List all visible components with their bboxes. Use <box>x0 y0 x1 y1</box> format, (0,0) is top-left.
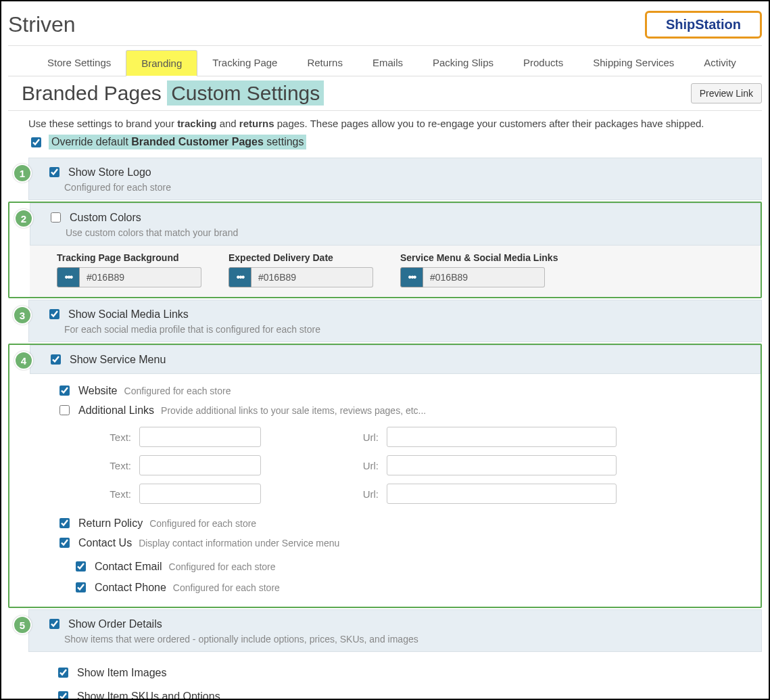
color-3-picker-icon[interactable]: ••• <box>400 267 423 287</box>
color-2-label: Expected Delivery Date <box>228 252 373 263</box>
color-1-picker-icon[interactable]: ••• <box>57 267 80 287</box>
color-3-label: Service Menu & Social Media Links <box>400 252 558 263</box>
contact-email-label: Contact Email <box>95 561 162 573</box>
return-policy-hint: Configured for each store <box>149 518 256 529</box>
intro-bold-2: returns <box>239 118 274 129</box>
color-1-input[interactable] <box>80 267 201 287</box>
show-item-images-checkbox[interactable] <box>58 668 68 678</box>
tab-packing-slips[interactable]: Packing Slips <box>418 50 508 76</box>
link-3-url-label: Url: <box>345 488 379 500</box>
override-pre: Override default <box>51 136 131 147</box>
page-title-highlight: Custom Settings <box>167 80 324 106</box>
additional-links-hint: Provide additional links to your sale it… <box>161 405 426 416</box>
tab-activity[interactable]: Activity <box>689 50 751 76</box>
badge-3: 3 <box>13 306 32 325</box>
section-2-title: Custom Colors <box>70 212 141 224</box>
contact-phone-hint: Configured for each store <box>173 582 280 593</box>
section-1-title: Show Store Logo <box>68 166 151 179</box>
color-1-label: Tracking Page Background <box>57 252 201 263</box>
show-service-menu-checkbox[interactable] <box>51 354 61 365</box>
shipstation-badge: ShipStation <box>645 11 762 39</box>
page-title: Branded Pages Custom Settings <box>22 82 324 105</box>
section-2-head: 2 Custom Colors Use custom colors that m… <box>30 203 761 246</box>
link-3-text-label: Text: <box>97 488 131 500</box>
section-5-head: 5 Show Order Details Show items that wer… <box>28 609 762 652</box>
link-3-text-input[interactable] <box>139 484 261 504</box>
tabs: Store Settings Branding Tracking Page Re… <box>8 50 762 76</box>
tab-products[interactable]: Products <box>508 50 578 76</box>
section-1-head: 1 Show Store Logo Configured for each st… <box>28 158 762 200</box>
tab-emails[interactable]: Emails <box>358 50 418 76</box>
link-1-text-input[interactable] <box>139 427 261 447</box>
link-1-text-label: Text: <box>97 431 131 443</box>
app-title: Striven <box>8 12 76 37</box>
tab-tracking-page[interactable]: Tracking Page <box>197 50 292 76</box>
show-order-details-checkbox[interactable] <box>49 619 59 629</box>
website-checkbox[interactable] <box>59 386 70 396</box>
page-title-plain: Branded Pages <box>22 82 167 104</box>
tab-branding[interactable]: Branding <box>126 50 197 76</box>
link-3-url-input[interactable] <box>387 484 617 504</box>
contact-us-label: Contact Us <box>78 537 132 549</box>
section-5-title: Show Order Details <box>68 618 162 630</box>
color-2-input[interactable] <box>251 267 373 287</box>
color-2-picker-icon[interactable]: ••• <box>228 267 251 287</box>
intro-mid: and <box>216 118 239 129</box>
badge-1: 1 <box>13 164 32 183</box>
tab-returns[interactable]: Returns <box>292 50 358 76</box>
section-5-desc: Show items that were ordered - optionall… <box>64 631 752 645</box>
contact-us-hint: Display contact information under Servic… <box>139 538 339 549</box>
intro-post: pages. These pages allow you to re-engag… <box>274 118 704 129</box>
section-2-desc: Use custom colors that match your brand <box>66 225 750 238</box>
show-store-logo-checkbox[interactable] <box>49 167 59 177</box>
badge-2: 2 <box>14 209 33 228</box>
additional-links-checkbox[interactable] <box>59 405 70 415</box>
section-2-body: Tracking Page Background ••• Expected De… <box>30 246 761 297</box>
show-item-skus-label: Show Item SKUs and Options <box>77 691 220 701</box>
show-item-skus-checkbox[interactable] <box>58 691 68 700</box>
show-item-images-label: Show Item Images <box>77 667 167 679</box>
badge-5: 5 <box>13 615 32 634</box>
link-2-url-label: Url: <box>345 460 379 471</box>
additional-links-label: Additional Links <box>78 404 154 417</box>
section-3-head: 3 Show Social Media Links For each socia… <box>28 300 762 342</box>
color-3-input[interactable] <box>423 267 545 287</box>
contact-us-checkbox[interactable] <box>59 538 70 548</box>
override-bold: Branded Customer Pages <box>131 136 264 147</box>
link-2-text-input[interactable] <box>139 455 261 475</box>
preview-link-button[interactable]: Preview Link <box>691 83 762 103</box>
link-2-url-input[interactable] <box>387 455 617 475</box>
contact-phone-label: Contact Phone <box>95 582 166 594</box>
section-3-desc: For each social media profile that is co… <box>64 321 752 335</box>
website-label: Website <box>78 385 118 397</box>
section-4-title: Show Service Menu <box>70 354 166 366</box>
link-2-text-label: Text: <box>97 460 131 471</box>
tab-shipping-services[interactable]: Shipping Services <box>578 50 689 76</box>
section-1-desc: Configured for each store <box>64 179 752 193</box>
link-1-url-input[interactable] <box>387 427 617 447</box>
contact-email-hint: Configured for each store <box>169 561 276 572</box>
override-label: Override default Branded Customer Pages … <box>49 135 306 149</box>
intro-text: Use these settings to brand your trackin… <box>8 111 762 133</box>
return-policy-label: Return Policy <box>78 517 143 530</box>
website-hint: Configured for each store <box>124 386 231 396</box>
link-1-url-label: Url: <box>345 431 379 443</box>
contact-email-checkbox[interactable] <box>76 561 86 571</box>
badge-4: 4 <box>14 351 33 370</box>
intro-bold-1: tracking <box>177 118 216 129</box>
section-3-title: Show Social Media Links <box>68 308 189 321</box>
return-policy-checkbox[interactable] <box>59 518 70 528</box>
override-post: settings <box>264 136 304 147</box>
show-social-checkbox[interactable] <box>49 309 59 319</box>
custom-colors-checkbox[interactable] <box>51 212 61 223</box>
contact-phone-checkbox[interactable] <box>76 582 86 592</box>
tab-store-settings[interactable]: Store Settings <box>32 50 126 76</box>
section-5-body: Show Item Images Show Item SKUs and Opti… <box>28 652 762 700</box>
section-4-body: Website Configured for each store Additi… <box>30 374 761 607</box>
intro-pre: Use these settings to brand your <box>28 118 177 129</box>
section-4-head: 4 Show Service Menu <box>30 345 761 374</box>
override-checkbox[interactable] <box>31 137 41 147</box>
